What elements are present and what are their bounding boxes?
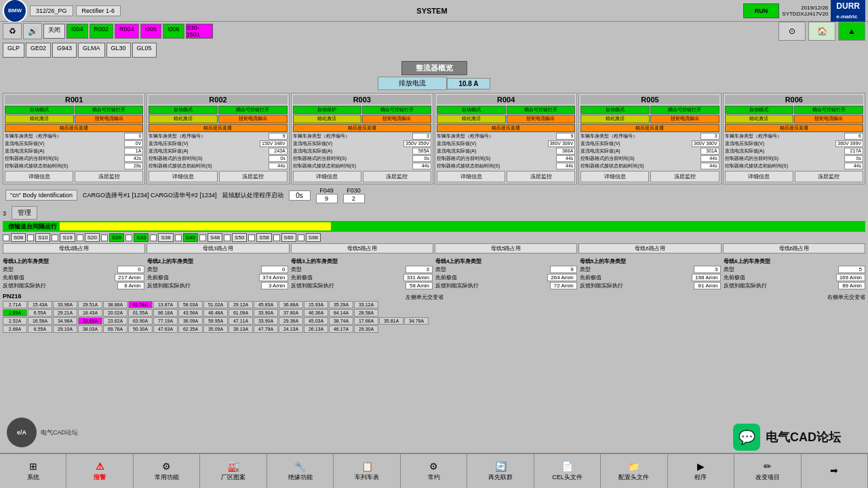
rect-stable-btn-R004[interactable]: 稳化激活 [437, 115, 506, 123]
rect-couple-btn-R001[interactable]: 耦合可控硅打开 [75, 106, 144, 114]
pn216-cell-2-10[interactable]: 33.90A [254, 317, 278, 325]
pn216-cell-3-2[interactable]: 29.10A [53, 325, 77, 333]
monitor-btn-R001[interactable]: 冻层监控 [75, 171, 143, 182]
pn216-cell-2-7[interactable]: 36.09A [178, 317, 203, 325]
i004-btn[interactable]: I004 [66, 24, 88, 39]
s-checkbox-S19[interactable] [52, 235, 58, 241]
pn216-cell-2-4[interactable]: 23.62A [103, 317, 127, 325]
pn216-cell-3-5[interactable]: 50.30A [128, 325, 153, 333]
pn216-cell-3-10[interactable]: 47.79A [254, 325, 278, 333]
rect-voltage-btn-R001[interactable]: 稳压提压直通 [5, 124, 143, 132]
s-label-S33[interactable]: S33 [134, 233, 149, 242]
bottom-nav-btn-0[interactable]: ⊞系统 [0, 454, 66, 488]
pn216-cell-0-10[interactable]: 45.83A [254, 301, 278, 308]
s-checkbox-S50[interactable] [224, 235, 231, 241]
pn216-cell-0-11[interactable]: 36.88A [279, 301, 303, 308]
rect-couple-btn-R005[interactable]: 耦合可控硅打开 [650, 106, 719, 114]
rect-stable-btn-R003[interactable]: 稳化激活 [293, 115, 362, 123]
pn216-cell-3-6[interactable]: 47.63A [153, 325, 178, 333]
pn216-cell-1-11[interactable]: 37.80A [279, 309, 303, 317]
pn216-cell-1-9[interactable]: 61.09A [229, 309, 253, 317]
pn216-cell-3-8[interactable]: 35.09A [203, 325, 228, 333]
rect-voltage-btn-R003[interactable]: 稳压提压直通 [293, 124, 431, 132]
monitor-btn-R005[interactable]: 冻层监控 [650, 171, 719, 182]
pn216-cell-3-13[interactable]: 46.17A [329, 325, 353, 333]
detail-btn-R006[interactable]: 详细信息 [725, 171, 793, 182]
detail-btn-R004[interactable]: 详细信息 [437, 171, 505, 182]
bottom-nav-btn-9[interactable]: 📁配置头文件 [601, 454, 667, 488]
rect-torque-btn-R002[interactable]: 扭矩电流输出 [218, 115, 288, 123]
pn216-cell-1-8[interactable]: 46.48A [203, 309, 228, 317]
pn216-cell-2-11[interactable]: 29.36A [279, 317, 303, 325]
pn216-cell-3-4[interactable]: 69.78A [103, 325, 127, 333]
pn216-cell-1-12[interactable]: 46.36A [304, 309, 328, 317]
g943-btn[interactable]: G943 [52, 43, 77, 58]
s-label-S20[interactable]: S20 [85, 233, 100, 242]
pn216-cell-3-1[interactable]: 6.55A [28, 325, 52, 333]
pn216-cell-1-7[interactable]: 43.56A [178, 309, 203, 317]
s-label-S19[interactable]: S19 [60, 233, 75, 242]
pn216-cell-0-6[interactable]: 13.87A [153, 301, 178, 308]
rect-torque-btn-R001[interactable]: 扭矩电流输出 [75, 115, 144, 123]
recycle-icon[interactable]: ♻ [3, 23, 22, 39]
s-label-S60[interactable]: S60 [281, 233, 296, 242]
pn216-cell-0-13[interactable]: 35.29A [329, 301, 353, 308]
bottom-nav-btn-1[interactable]: ⚠报警 [66, 454, 133, 488]
pn216-cell-3-0[interactable]: 2.68A [3, 325, 27, 333]
i006-btn[interactable]: I006 [163, 24, 184, 39]
pn216-cell-0-9[interactable]: 29.12A [229, 301, 253, 308]
pn216-cell-1-2[interactable]: 29.21A [53, 309, 77, 317]
pn216-cell-3-12[interactable]: 26.13A [304, 325, 328, 333]
glma-btn[interactable]: GLMA [78, 43, 105, 58]
pn216-cell-2-14[interactable]: 17.66A [354, 317, 378, 325]
s-label-S28[interactable]: S28 [109, 233, 124, 242]
pn216-cell-0-0[interactable]: 2.71A [3, 301, 27, 308]
pn216-cell-0-1[interactable]: 15.43A [28, 301, 52, 308]
pn216-cell-1-10[interactable]: 33.90A [254, 309, 278, 317]
pn216-cell-3-3[interactable]: 38.03A [78, 325, 102, 333]
rect-auto-btn-R004[interactable]: 自动模式 [437, 106, 506, 114]
up-arrow-icon[interactable]: ▲ [838, 22, 865, 41]
rect-stable-btn-R001[interactable]: 稳化激活 [5, 115, 74, 123]
bottom-nav-btn-12[interactable]: ➡ [802, 454, 868, 488]
bottom-nav-btn-8[interactable]: 📄CEL头文件 [534, 454, 601, 488]
circular-icon[interactable]: ⊙ [778, 22, 806, 41]
monitor-btn-R004[interactable]: 冻层监控 [507, 171, 575, 182]
rect-torque-btn-R003[interactable]: 扭矩电流输出 [362, 115, 431, 123]
rect-auto-btn-R006[interactable]: 自动模式 [725, 106, 794, 114]
rect-auto-btn-R001[interactable]: 自动模式 [5, 106, 74, 114]
pn216-cell-2-1[interactable]: 16.58A [28, 317, 52, 325]
pn216-cell-1-13[interactable]: 84.14A [329, 309, 353, 317]
s-checkbox-S58[interactable] [248, 235, 255, 241]
pn216-cell-2-5[interactable]: 63.90A [128, 317, 153, 325]
pn216-cell-1-5[interactable]: 61.55A [128, 309, 153, 317]
s-label-S48[interactable]: S48 [208, 233, 222, 242]
pn216-cell-0-3[interactable]: 29.51A [78, 301, 102, 308]
pn216-cell-2-2[interactable]: 34.98A [53, 317, 77, 325]
pn216-cell-3-14[interactable]: 29.30A [354, 325, 378, 333]
rect-auto-btn-R005[interactable]: 自动模式 [580, 106, 650, 114]
pn216-cell-1-6[interactable]: 86.18A [153, 309, 178, 317]
pn216-cell-3-9[interactable]: 39.13A [229, 325, 253, 333]
s-label-S68[interactable]: S68 [306, 233, 321, 242]
rect-auto-btn-R003[interactable]: 自动保护 [293, 106, 362, 114]
s-label-S38[interactable]: S38 [158, 233, 173, 242]
rect-couple-btn-R003[interactable]: 耦合可控硅打开 [362, 106, 431, 114]
gl05-btn[interactable]: GL05 [132, 43, 157, 58]
rect-torque-btn-R004[interactable]: 扭矩电流输出 [507, 115, 576, 123]
pn216-cell-2-0[interactable]: 2.52A [3, 317, 27, 325]
monitor-btn-R003[interactable]: 冻层监控 [363, 171, 431, 182]
pn216-cell-2-16[interactable]: 34.79A [404, 317, 429, 325]
s-label-S10[interactable]: S10 [35, 233, 50, 242]
s-checkbox-S08[interactable] [3, 235, 9, 241]
rect-stable-btn-R002[interactable]: 稳化激活 [149, 115, 218, 123]
s-checkbox-S48[interactable] [199, 235, 206, 241]
rect-torque-btn-R006[interactable]: 扭矩电流输出 [794, 115, 863, 123]
rect-stable-btn-R005[interactable]: 稳化激活 [580, 115, 650, 123]
pn216-cell-3-11[interactable]: 24.13A [279, 325, 303, 333]
wechat-icon[interactable]: 💬 [733, 424, 760, 451]
rect-couple-btn-R006[interactable]: 耦合可控硅打开 [794, 106, 863, 114]
rect-voltage-btn-R005[interactable]: 稳压提压直通 [580, 124, 719, 132]
pn216-cell-2-12[interactable]: 45.03A [304, 317, 328, 325]
pn216-cell-2-8[interactable]: 59.95A [203, 317, 228, 325]
